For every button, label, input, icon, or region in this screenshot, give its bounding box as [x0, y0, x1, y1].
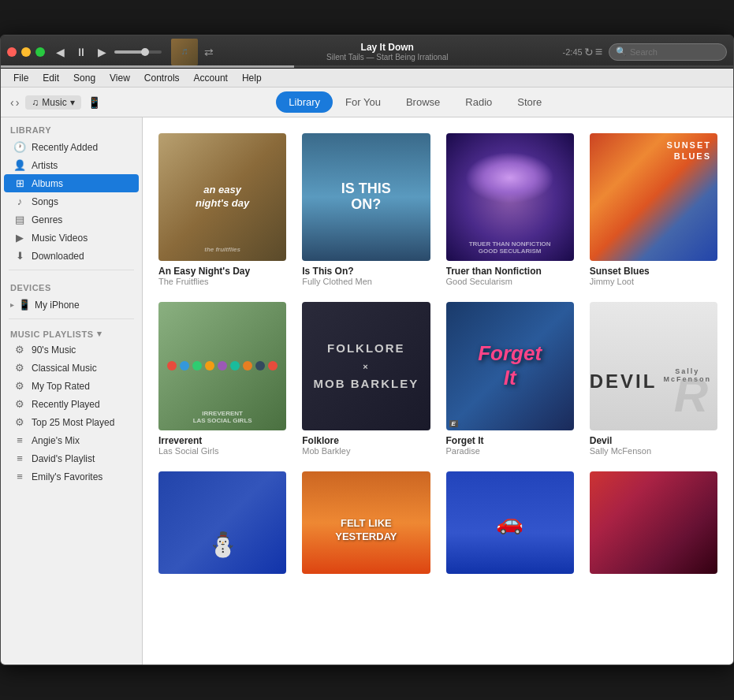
track-title: Lay It Down: [361, 42, 414, 53]
tab-for-you[interactable]: For You: [333, 91, 393, 113]
album-grid: an easynight's day the fruitflies An Eas…: [143, 117, 733, 594]
sidebar-label-music-videos: Music Videos: [32, 233, 88, 244]
sidebar-label-angies-mix: Angie's Mix: [32, 435, 80, 446]
sidebar-item-songs[interactable]: ♪ Songs: [4, 192, 139, 210]
sidebar-label-emilys-favorites: Emily's Favorites: [32, 471, 102, 482]
sidebar-label-my-iphone: My iPhone: [35, 300, 80, 311]
sidebar-label-my-top-rated: My Top Rated: [32, 381, 90, 392]
sidebar-item-albums[interactable]: ⊞ Albums: [4, 174, 139, 192]
sidebar-label-davids-playlist: David's Playlist: [32, 453, 95, 464]
album-artist-3: Jimmy Loot: [590, 277, 717, 286]
minimize-button[interactable]: [21, 47, 31, 57]
section-selector[interactable]: ♫ Music ▾: [25, 95, 80, 110]
album-card-10[interactable]: 🚗: [446, 471, 574, 579]
forward-button[interactable]: ▶: [95, 44, 110, 60]
menu-view[interactable]: View: [103, 71, 136, 85]
sidebar-item-recently-added[interactable]: 🕐 Recently Added: [4, 138, 139, 156]
playlists-section-label: Music Playlists: [10, 330, 94, 339]
playlist-gear-icon-5: ⚙: [13, 416, 26, 428]
close-button[interactable]: [7, 47, 17, 57]
volume-knob: [141, 48, 149, 56]
menu-song[interactable]: Song: [67, 71, 102, 85]
album-title-0: An Easy Night's Day: [158, 266, 286, 277]
sidebar-item-classical-music[interactable]: ⚙ Classical Music: [4, 359, 139, 377]
sidebar-item-downloaded[interactable]: ⬇ Downloaded: [4, 247, 139, 265]
album-title-4: Irreverent: [158, 435, 286, 446]
shuffle-button[interactable]: ⇄: [203, 44, 215, 60]
sidebar-item-my-iphone[interactable]: ▸ 📱 My iPhone: [1, 296, 142, 314]
album-card-1[interactable]: IS THISON? Is This On? Fully Clothed Men: [302, 133, 430, 286]
nav-bar: ‹ › ♫ Music ▾ 📱 Library For You Browse R…: [1, 88, 733, 117]
sidebar-item-recently-played[interactable]: ⚙ Recently Played: [4, 395, 139, 413]
sidebar-label-genres: Genres: [32, 214, 62, 225]
sidebar-item-genres[interactable]: ▤ Genres: [4, 210, 139, 229]
sidebar-label-recently-played: Recently Played: [32, 399, 100, 410]
iphone-icon: 📱: [18, 299, 31, 311]
sidebar-item-music-videos[interactable]: ▶ Music Videos: [4, 229, 139, 247]
album-card-5[interactable]: FOLKLORE×MOB BARKLEY Folklore Mob Barkle…: [302, 302, 430, 455]
sidebar-label-albums: Albums: [32, 178, 63, 189]
play-pause-button[interactable]: ⏸: [73, 44, 90, 60]
track-progress-bar[interactable]: [1, 65, 733, 68]
album-card-0[interactable]: an easynight's day the fruitflies An Eas…: [158, 133, 286, 286]
album-card-8[interactable]: ⛄: [158, 471, 286, 579]
sidebar-item-90s-music[interactable]: ⚙ 90's Music: [4, 341, 139, 359]
sidebar-item-top-25[interactable]: ⚙ Top 25 Most Played: [4, 413, 139, 431]
sidebar-item-davids-playlist[interactable]: ≡ David's Playlist: [4, 449, 139, 467]
sidebar-item-artists[interactable]: 👤 Artists: [4, 156, 139, 174]
nav-back-button[interactable]: ‹: [10, 96, 14, 109]
album-cover-0: an easynight's day the fruitflies: [158, 133, 286, 261]
album-cover-10: 🚗: [446, 471, 574, 574]
volume-slider[interactable]: [114, 50, 162, 54]
album-card-9[interactable]: FELT LIKEYESTERDAY: [302, 471, 430, 579]
tab-radio[interactable]: Radio: [453, 91, 505, 113]
title-bar: ◀ ⏸ ▶ 🎵 ⇄ Lay It Down Silent Tails — Sta…: [1, 35, 733, 69]
playback-controls: ◀ ⏸ ▶: [53, 44, 110, 60]
album-card-4[interactable]: IRREVERENTLAS SOCIAL GIRLS Irreverent La…: [158, 302, 286, 455]
menu-help[interactable]: Help: [236, 71, 268, 85]
tab-store[interactable]: Store: [505, 91, 554, 113]
menu-file[interactable]: File: [7, 71, 35, 85]
nav-forward-button[interactable]: ›: [16, 96, 20, 109]
playlist-gear-icon-2: ⚙: [13, 362, 26, 374]
sidebar-item-my-top-rated[interactable]: ⚙ My Top Rated: [4, 377, 139, 395]
menu-controls[interactable]: Controls: [138, 71, 186, 85]
album-title-3: Sunset Blues: [590, 266, 717, 277]
mobile-device-icon: 📱: [88, 96, 101, 109]
album-cover-5: FOLKLORE×MOB BARKLEY: [302, 302, 430, 430]
bars-icon: ▤: [13, 214, 26, 225]
album-card-3[interactable]: SUNSETBLUES Sunset Blues Jimmy Loot: [590, 133, 717, 286]
menu-edit[interactable]: Edit: [36, 71, 65, 85]
album-card-11[interactable]: [590, 471, 717, 579]
app-window: ◀ ⏸ ▶ 🎵 ⇄ Lay It Down Silent Tails — Sta…: [0, 35, 734, 665]
menu-account[interactable]: Account: [188, 71, 234, 85]
sidebar-label-recently-added: Recently Added: [32, 142, 98, 153]
content-area: an easynight's day the fruitflies An Eas…: [143, 117, 733, 665]
track-info: Lay It Down Silent Tails — Start Being I…: [215, 42, 560, 61]
album-artist-1: Fully Clothed Men: [302, 277, 430, 286]
repeat-button[interactable]: ↻: [583, 44, 595, 60]
album-card-2[interactable]: TRUER THAN NONFICTIONGOOD SECULARISM Tru…: [446, 133, 574, 286]
sidebar-label-top-25: Top 25 Most Played: [32, 417, 114, 428]
album-artist-0: The Fruitflies: [158, 277, 286, 286]
album-title-2: Truer than Nonfiction: [446, 266, 574, 277]
nav-arrows: ‹ ›: [10, 96, 19, 109]
list-view-button[interactable]: ≡: [595, 45, 602, 59]
playlist-gear-icon-1: ⚙: [13, 344, 26, 356]
search-input[interactable]: [630, 47, 720, 57]
album-title-6: Forget It: [446, 435, 574, 446]
tab-library[interactable]: Library: [276, 91, 333, 113]
right-controls: ≡ 🔍: [595, 43, 727, 61]
album-card-7[interactable]: DEVIL Sally McFenson R Devil Sally McFen…: [590, 302, 717, 455]
device-arrow-icon: ▸: [10, 300, 14, 309]
clock-icon: 🕐: [13, 141, 26, 153]
back-button[interactable]: ◀: [53, 44, 68, 60]
maximize-button[interactable]: [35, 47, 45, 57]
album-icon: ⊞: [13, 177, 26, 189]
playlists-section-header[interactable]: Music Playlists ▾: [1, 324, 142, 341]
sidebar-item-emilys-favorites[interactable]: ≡ Emily's Favorites: [4, 467, 139, 486]
album-cover-3: SUNSETBLUES: [590, 133, 717, 261]
album-card-6[interactable]: ForgetIt E Forget It Paradise: [446, 302, 574, 455]
sidebar-item-angies-mix[interactable]: ≡ Angie's Mix: [4, 431, 139, 449]
tab-browse[interactable]: Browse: [393, 91, 453, 113]
